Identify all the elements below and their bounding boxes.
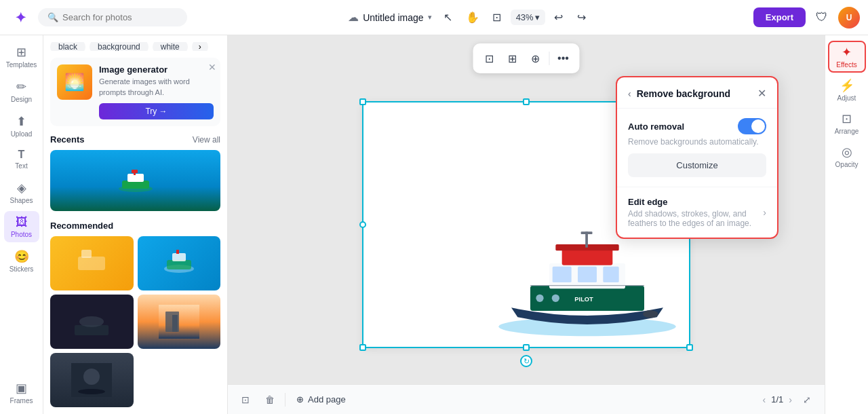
templates-icon: ⊞ — [16, 45, 26, 60]
chevron-down-icon[interactable]: ▾ — [428, 13, 432, 22]
handle-bottom-left[interactable] — [359, 344, 366, 351]
text-icon: T — [18, 149, 25, 161]
recommended-grid — [50, 236, 220, 407]
handle-bottom-center[interactable] — [523, 344, 530, 351]
handle-top-left[interactable] — [359, 98, 366, 105]
svg-point-18 — [78, 389, 105, 394]
tag-more-button[interactable]: › — [192, 42, 208, 51]
rec-thumb-4[interactable] — [138, 295, 221, 349]
redo-button[interactable]: ↪ — [571, 7, 593, 29]
image-generator-try-button[interactable]: Try → — [99, 103, 214, 119]
recents-grid — [50, 150, 220, 211]
edit-edge-section[interactable]: Edit edge Add shadows, strokes, glow, an… — [617, 187, 777, 238]
svg-text:PILOT: PILOT — [574, 296, 593, 303]
right-panel-item-arrange[interactable]: ⊡ Arrange — [828, 107, 866, 139]
auto-removal-section: Auto removal Remove backgrounds automati… — [617, 109, 777, 187]
sidebar-item-stickers[interactable]: 😊 Stickers — [4, 245, 39, 277]
view-all-button[interactable]: View all — [193, 135, 220, 145]
sidebar-item-shapes[interactable]: ◈ Shapes — [4, 176, 39, 208]
shield-button[interactable]: 🛡 — [811, 7, 833, 29]
svg-rect-22 — [553, 267, 572, 282]
edit-edge-desc: Add shadows, strokes, glow, and feathers… — [628, 209, 763, 228]
rec-thumb-2[interactable] — [138, 236, 221, 290]
select-tool-button[interactable]: ↖ — [437, 7, 459, 29]
sidebar-item-label: Photos — [11, 231, 32, 238]
left-panel: black background white › 🌅 Image generat… — [43, 35, 228, 414]
handle-bottom-right[interactable] — [686, 344, 693, 351]
add-page-label: Add page — [308, 394, 346, 404]
hand-tool-button[interactable]: ✋ — [462, 7, 484, 29]
zoom-control[interactable]: 43% ▾ — [511, 10, 545, 25]
crop-button[interactable]: ⊡ — [479, 48, 500, 69]
panel-back-button[interactable]: ‹ — [628, 88, 631, 99]
export-button[interactable]: Export — [753, 7, 806, 27]
next-page-button[interactable]: › — [789, 394, 792, 405]
delete-page-button[interactable]: 🗑 — [260, 390, 279, 409]
prev-page-button[interactable]: ‹ — [763, 394, 766, 405]
tag-white[interactable]: white — [153, 42, 188, 51]
panel-title: Remove background — [637, 88, 730, 99]
image-generator-thumb: 🌅 — [57, 64, 92, 100]
sidebar-item-templates[interactable]: ⊞ Templates — [4, 41, 39, 73]
sidebar-item-design[interactable]: ✏ Design — [4, 75, 39, 107]
undo-button[interactable]: ↩ — [548, 7, 570, 29]
add-page-button[interactable]: ⊕ Add page — [291, 392, 351, 407]
search-input[interactable] — [62, 12, 171, 22]
svg-rect-6 — [81, 250, 92, 258]
canvas-area[interactable]: Page 1 ⊡ ⊞ ⊕ ••• ↻ — [228, 35, 825, 414]
image-generator-close-button[interactable]: ✕ — [208, 62, 216, 73]
remove-bg-panel: ‹ Remove background ✕ Auto removal Remov… — [616, 76, 778, 239]
cloud-icon: ☁ — [348, 11, 359, 24]
right-panel-item-label: Effects — [836, 61, 856, 69]
frame-tool-button[interactable]: ⊡ — [486, 7, 508, 29]
sidebar-item-text[interactable]: T Text — [4, 145, 39, 174]
app-logo[interactable]: ✦ — [8, 5, 33, 30]
sidebar-item-label: Design — [11, 96, 32, 103]
undo-redo-group: ↩ ↪ — [548, 7, 593, 29]
upload-icon: ⬆ — [16, 114, 26, 129]
main-layout: ⊞ Templates ✏ Design ⬆ Upload T Text ◈ S… — [0, 35, 868, 414]
icon-sidebar: ⊞ Templates ✏ Design ⬆ Upload T Text ◈ S… — [0, 35, 43, 414]
sidebar-item-frames[interactable]: ▣ Frames — [4, 377, 39, 409]
rec-thumb-1[interactable] — [50, 236, 134, 290]
tag-background[interactable]: background — [90, 42, 149, 51]
right-panel-item-opacity[interactable]: ◎ Opacity — [828, 140, 866, 172]
svg-rect-23 — [578, 267, 597, 282]
customize-button[interactable]: Customize — [628, 153, 766, 177]
image-generator-title: Image generator — [99, 64, 214, 75]
fullscreen-button[interactable]: ⤢ — [797, 390, 816, 409]
svg-rect-5 — [78, 257, 105, 270]
right-panel-item-adjust[interactable]: ⚡ Adjust — [828, 74, 866, 106]
toolbar-divider — [549, 52, 550, 65]
duplicate-button[interactable]: ⊕ — [525, 48, 547, 69]
shapes-icon: ◈ — [17, 181, 26, 195]
auto-removal-title: Auto removal — [628, 121, 684, 132]
avatar[interactable]: U — [838, 7, 860, 29]
right-panel-item-label: Adjust — [837, 94, 856, 102]
edit-edge-content: Edit edge Add shadows, strokes, glow, an… — [628, 197, 763, 228]
panel-close-button[interactable]: ✕ — [757, 87, 766, 100]
rec-thumb-3[interactable] — [50, 295, 134, 349]
duplicate-page-button[interactable]: ⊡ — [236, 390, 255, 409]
svg-point-33 — [643, 310, 658, 318]
right-panel-item-effects[interactable]: ✦ Effects — [828, 41, 866, 73]
more-options-button[interactable]: ••• — [553, 48, 574, 69]
auto-removal-toggle[interactable] — [738, 118, 766, 134]
frames-icon: ▣ — [16, 381, 27, 396]
sidebar-item-label: Text — [15, 162, 27, 170]
handle-top-center[interactable] — [523, 98, 530, 105]
sidebar-item-photos[interactable]: 🖼 Photos — [4, 211, 39, 242]
search-bar[interactable]: 🔍 — [38, 8, 187, 26]
recent-thumb-1[interactable] — [50, 150, 220, 211]
svg-point-17 — [83, 369, 100, 385]
auto-removal-desc: Remove backgrounds automatically. — [628, 137, 766, 147]
topbar-right: Export 🛡 U — [753, 7, 860, 29]
smart-crop-button[interactable]: ⊞ — [502, 48, 524, 69]
rotate-handle[interactable]: ↻ — [520, 355, 532, 367]
topbar-tools: ↖ ✋ ⊡ 43% ▾ ↩ ↪ — [437, 7, 593, 29]
tag-black[interactable]: black — [50, 42, 85, 51]
handle-middle-left[interactable] — [359, 221, 366, 228]
sidebar-item-upload[interactable]: ⬆ Upload — [4, 110, 39, 142]
rec-thumb-5[interactable] — [50, 353, 134, 407]
search-icon: 🔍 — [47, 12, 58, 22]
